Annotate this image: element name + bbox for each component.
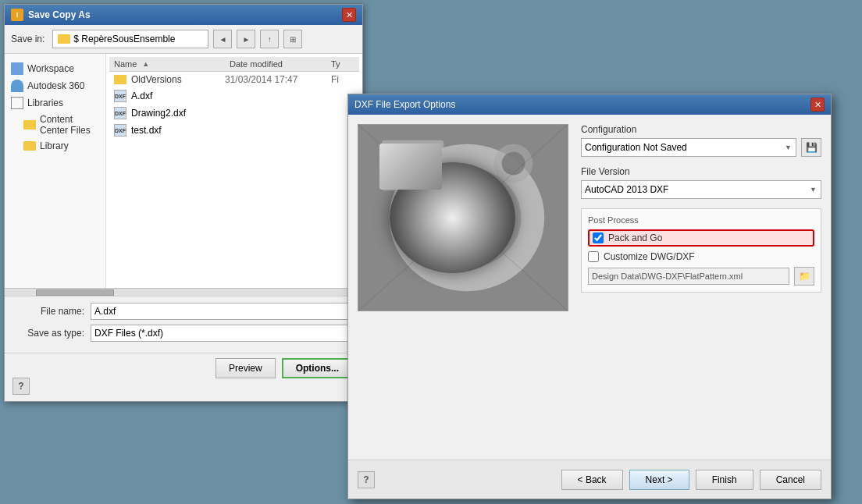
file-panel: Name ▲ Date modified Ty OldVersions 31/0…	[106, 54, 362, 288]
sidebar-item-workspace[interactable]: Workspace	[8, 60, 102, 77]
column-date[interactable]: Date modified	[230, 59, 331, 69]
horizontal-scrollbar[interactable]	[5, 288, 362, 296]
libraries-icon	[11, 97, 23, 109]
dxf-help-button[interactable]: ?	[358, 471, 375, 488]
sidebar-item-autodesk360[interactable]: Autodesk 360	[8, 77, 102, 94]
dxf-export-dialog: DXF File Export Options ✕	[347, 94, 832, 499]
dxf-footer: ? < Back Next > Finish Cancel	[348, 460, 831, 499]
file-version-dropdown-wrapper: AutoCAD 2013 DXF	[581, 180, 821, 199]
configuration-label: Configuration	[581, 124, 821, 135]
up-folder-button[interactable]: ↑	[260, 30, 279, 48]
sidebar-item-library[interactable]: Library	[8, 138, 102, 154]
footer-buttons: < Back Next > Finish Cancel	[561, 470, 821, 490]
file-row[interactable]: DXF A.dxf	[109, 87, 359, 105]
svg-point-8	[502, 152, 525, 176]
sidebar-libraries-label: Libraries	[27, 98, 63, 108]
footer-left: ?	[358, 471, 375, 488]
file-row[interactable]: OldVersions 31/03/2014 17:47 Fi	[109, 72, 359, 87]
filename-row: File name:	[14, 303, 353, 320]
customize-dwg-row: Customize DWG/DXF	[588, 251, 814, 262]
options-button[interactable]: Options...	[282, 358, 353, 378]
dxf-icon: DXF	[114, 124, 126, 137]
save-dialog-title: Save Copy As	[28, 9, 91, 20]
file-list-header: Name ▲ Date modified Ty	[109, 57, 359, 72]
desktop-icon	[11, 62, 23, 75]
post-process-section: Post Process Pack and Go Customize DWG/D…	[581, 208, 821, 293]
back-nav-button[interactable]: ◄	[213, 30, 232, 48]
filename-input[interactable]	[91, 303, 353, 320]
file-version-section: File Version AutoCAD 2013 DXF	[581, 166, 821, 199]
configuration-row: Configuration Not Saved 💾	[581, 138, 821, 157]
finish-button[interactable]: Finish	[696, 470, 753, 490]
pack-and-go-checkbox[interactable]	[593, 232, 604, 243]
folder-icon	[58, 34, 70, 44]
new-folder-button[interactable]: ⊞	[283, 30, 302, 48]
dialog-form: File name: Save as type:	[5, 296, 362, 353]
cloud-icon	[11, 80, 23, 92]
sidebar-item-libraries[interactable]: Libraries	[8, 94, 102, 112]
dxf-options-panel: Configuration Configuration Not Saved 💾 …	[581, 124, 821, 450]
app-icon: I	[11, 9, 23, 21]
savetype-label: Save as type:	[14, 328, 84, 339]
save-in-dropdown[interactable]: $ RepèreSousEnsemble	[52, 30, 208, 48]
customize-dwg-label: Customize DWG/DXF	[604, 251, 695, 262]
file-version-row: AutoCAD 2013 DXF	[581, 180, 821, 199]
configuration-dropdown[interactable]: Configuration Not Saved	[581, 138, 796, 157]
file-version-dropdown[interactable]: AutoCAD 2013 DXF	[581, 180, 821, 199]
configuration-dropdown-wrapper: Configuration Not Saved	[581, 138, 796, 157]
savetype-input[interactable]	[91, 325, 353, 342]
save-dialog-toolbar: Save in: $ RepèreSousEnsemble ◄ ► ↑ ⊞	[5, 25, 362, 54]
dxf-preview-area	[358, 124, 568, 311]
file-row[interactable]: DXF test.dxf	[109, 122, 359, 139]
scrollbar-thumb[interactable]	[36, 289, 114, 296]
post-process-title: Post Process	[588, 215, 814, 225]
sidebar-autodesk360-label: Autodesk 360	[27, 80, 84, 91]
file-name: test.dxf	[131, 125, 354, 136]
path-input[interactable]	[588, 268, 789, 285]
preview-button[interactable]: Preview	[216, 358, 276, 378]
sidebar-panel: Workspace Autodesk 360 Libraries Content…	[5, 54, 106, 288]
column-name[interactable]: Name ▲	[114, 59, 230, 69]
svg-point-3	[436, 188, 497, 247]
sidebar-content-label: Content Center Files	[40, 114, 99, 136]
path-row: 📁	[588, 267, 814, 286]
close-button[interactable]: ✕	[342, 8, 356, 22]
filename-label: File name:	[14, 306, 84, 317]
file-name: Drawing2.dxf	[131, 108, 354, 119]
path-browse-btn[interactable]: 📁	[794, 267, 814, 286]
save-dialog-titlebar: I Save Copy As ✕	[5, 5, 362, 25]
folder-library-icon	[23, 141, 36, 151]
customize-dwg-checkbox[interactable]	[588, 251, 599, 262]
help-button[interactable]: ?	[12, 378, 30, 395]
file-type: Fi	[331, 74, 354, 85]
dxf-dialog-title: DXF File Export Options	[354, 99, 455, 110]
save-dialog-actions: ? Preview Options...	[5, 353, 362, 383]
back-button[interactable]: < Back	[561, 470, 623, 490]
file-name: OldVersions	[131, 74, 220, 85]
dxf-titlebar: DXF File Export Options ✕	[348, 94, 831, 115]
svg-rect-5	[382, 140, 443, 191]
dialog-body: Workspace Autodesk 360 Libraries Content…	[5, 54, 362, 288]
save-in-folder: $ RepèreSousEnsemble	[73, 34, 175, 44]
forward-nav-button[interactable]: ►	[237, 30, 255, 48]
file-date: 31/03/2014 17:47	[225, 74, 326, 85]
svg-point-2	[412, 167, 521, 268]
column-type[interactable]: Ty	[331, 59, 354, 69]
titlebar-left: I Save Copy As	[11, 9, 91, 21]
file-row[interactable]: DXF Drawing2.dxf	[109, 105, 359, 122]
file-name: A.dxf	[131, 91, 354, 101]
next-button[interactable]: Next >	[629, 470, 689, 490]
file-version-label: File Version	[581, 166, 821, 177]
cancel-button[interactable]: Cancel	[760, 470, 821, 490]
folder-content-icon	[23, 120, 36, 130]
pack-and-go-row: Pack and Go	[588, 229, 814, 247]
sort-icon: ▲	[142, 60, 149, 68]
configuration-save-btn[interactable]: 💾	[801, 138, 821, 157]
folder-open-icon	[114, 75, 126, 84]
sidebar-item-content-center[interactable]: Content Center Files	[8, 112, 102, 138]
dxf-icon: DXF	[114, 107, 126, 119]
dxf-icon: DXF	[114, 90, 126, 102]
dxf-close-button[interactable]: ✕	[810, 98, 825, 112]
dxf-body: Configuration Configuration Not Saved 💾 …	[348, 115, 831, 460]
dxf-preview-image	[358, 125, 568, 311]
